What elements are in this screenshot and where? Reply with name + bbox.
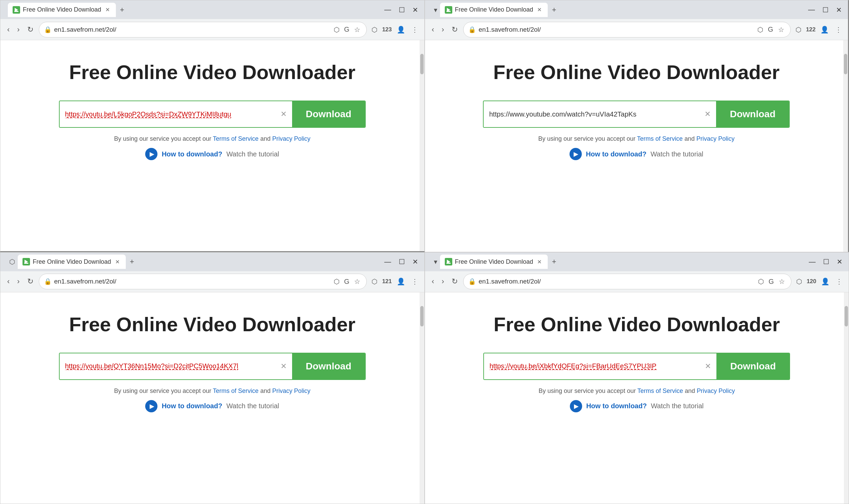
url-input-2[interactable]: [489, 110, 701, 118]
minimize-btn-1[interactable]: —: [382, 4, 394, 15]
play-btn-4[interactable]: ▶: [570, 400, 582, 412]
clear-url-btn-3[interactable]: ✕: [281, 362, 287, 371]
tab-close-btn-2[interactable]: ✕: [536, 6, 543, 14]
address-input-1[interactable]: [54, 26, 330, 33]
forward-btn-1[interactable]: ›: [15, 24, 21, 35]
extensions-btn-3[interactable]: ⬡: [370, 276, 379, 287]
play-btn-3[interactable]: ▶: [145, 400, 157, 412]
scrollbar-1[interactable]: [420, 40, 424, 251]
translate-btn-1[interactable]: G: [343, 24, 351, 35]
minimize-btn-2[interactable]: —: [805, 4, 818, 15]
star-btn-1[interactable]: ☆: [353, 24, 362, 35]
clear-url-btn-4[interactable]: ✕: [705, 362, 711, 371]
active-tab-3[interactable]: Free Online Video Download ✕: [18, 255, 126, 269]
address-input-3[interactable]: [54, 278, 330, 285]
page-content-2: Free Online Video Downloader ✕ Download …: [425, 40, 848, 252]
translate-btn-2[interactable]: G: [767, 24, 775, 35]
close-btn-4[interactable]: ✕: [834, 256, 845, 267]
star-btn-3[interactable]: ☆: [353, 276, 362, 287]
url-input-3[interactable]: [65, 362, 277, 370]
translate-btn-4[interactable]: G: [767, 276, 775, 287]
reload-btn-3[interactable]: ↻: [25, 276, 35, 287]
menu-btn-1[interactable]: ⋮: [410, 24, 420, 35]
screen-cast-btn-4[interactable]: ⬡: [757, 276, 765, 287]
tab-close-btn-1[interactable]: ✕: [104, 6, 111, 14]
maximize-btn-3[interactable]: ☐: [396, 256, 408, 267]
url-input-4[interactable]: [489, 362, 701, 370]
how-to-link-2[interactable]: How to download?: [586, 150, 647, 158]
tab-stack-icon-3: ⬡: [8, 256, 16, 267]
profile-btn-4[interactable]: 👤: [820, 276, 831, 287]
profile-btn-1[interactable]: 👤: [395, 24, 407, 35]
menu-btn-3[interactable]: ⋮: [410, 276, 420, 287]
forward-btn-3[interactable]: ›: [15, 276, 21, 287]
extensions-btn-1[interactable]: ⬡: [370, 24, 379, 35]
tab-close-btn-3[interactable]: ✕: [114, 258, 121, 266]
play-btn-2[interactable]: ▶: [570, 148, 582, 160]
play-btn-1[interactable]: ▶: [145, 148, 157, 160]
back-btn-1[interactable]: ‹: [5, 24, 12, 35]
profile-btn-3[interactable]: 👤: [395, 276, 407, 287]
maximize-btn-1[interactable]: ☐: [396, 4, 408, 15]
menu-btn-2[interactable]: ⋮: [834, 24, 843, 35]
download-btn-1[interactable]: Download: [292, 101, 365, 127]
new-tab-btn-4[interactable]: +: [549, 256, 559, 268]
profile-btn-2[interactable]: 👤: [819, 24, 830, 35]
address-input-2[interactable]: [479, 26, 753, 33]
maximize-btn-4[interactable]: ☐: [820, 256, 832, 267]
back-btn-2[interactable]: ‹: [430, 24, 436, 35]
terms-link-2[interactable]: Terms of Service: [637, 135, 683, 142]
privacy-link-1[interactable]: Privacy Policy: [272, 135, 310, 142]
privacy-link-2[interactable]: Privacy Policy: [696, 135, 734, 142]
reload-btn-4[interactable]: ↻: [450, 276, 460, 287]
minimize-btn-3[interactable]: —: [382, 257, 394, 267]
new-tab-btn-2[interactable]: +: [549, 4, 559, 16]
extensions-btn-4[interactable]: ⬡: [795, 276, 803, 287]
url-input-1[interactable]: [65, 110, 277, 118]
screen-cast-btn-1[interactable]: ⬡: [332, 24, 341, 35]
scrollbar-4[interactable]: [844, 292, 849, 504]
address-input-4[interactable]: [479, 278, 754, 285]
tab-close-btn-4[interactable]: ✕: [536, 258, 543, 266]
star-btn-2[interactable]: ☆: [777, 24, 786, 35]
privacy-link-3[interactable]: Privacy Policy: [272, 387, 310, 394]
terms-link-1[interactable]: Terms of Service: [213, 135, 259, 142]
terms-link-4[interactable]: Terms of Service: [637, 387, 683, 394]
forward-btn-2[interactable]: ›: [440, 24, 446, 35]
close-btn-3[interactable]: ✕: [410, 256, 421, 267]
scroll-thumb-1: [420, 54, 424, 74]
active-tab-4[interactable]: Free Online Video Download ✕: [440, 255, 548, 269]
download-btn-3[interactable]: Download: [292, 353, 365, 379]
scrollbar-3[interactable]: [420, 292, 424, 504]
scrollbar-2[interactable]: [843, 40, 848, 252]
forward-btn-4[interactable]: ›: [440, 276, 446, 287]
download-btn-4[interactable]: Download: [716, 353, 789, 379]
back-btn-4[interactable]: ‹: [430, 276, 436, 287]
reload-btn-2[interactable]: ↻: [450, 24, 460, 35]
clear-url-btn-2[interactable]: ✕: [704, 110, 711, 119]
terms-link-3[interactable]: Terms of Service: [213, 387, 259, 394]
new-tab-btn-3[interactable]: +: [127, 256, 137, 268]
how-to-link-4[interactable]: How to download?: [586, 402, 647, 410]
close-btn-2[interactable]: ✕: [833, 4, 845, 15]
active-tab-1[interactable]: Free Online Video Download ✕: [8, 3, 116, 17]
back-btn-3[interactable]: ‹: [5, 276, 12, 287]
active-tab-2[interactable]: Free Online Video Download ✕: [440, 3, 548, 17]
star-btn-4[interactable]: ☆: [777, 276, 786, 287]
maximize-btn-2[interactable]: ☐: [820, 4, 831, 15]
how-to-link-3[interactable]: How to download?: [162, 402, 222, 410]
screen-cast-btn-2[interactable]: ⬡: [756, 24, 764, 35]
privacy-link-4[interactable]: Privacy Policy: [697, 387, 735, 394]
new-tab-btn-1[interactable]: +: [117, 4, 127, 16]
download-btn-2[interactable]: Download: [716, 101, 789, 127]
clear-url-btn-1[interactable]: ✕: [281, 110, 287, 119]
screen-cast-btn-3[interactable]: ⬡: [332, 276, 341, 287]
security-icon-4: 🔒: [468, 278, 476, 285]
close-btn-1[interactable]: ✕: [410, 4, 421, 15]
reload-btn-1[interactable]: ↻: [25, 24, 35, 35]
menu-btn-4[interactable]: ⋮: [834, 276, 844, 287]
extensions-btn-2[interactable]: ⬡: [794, 24, 803, 35]
how-to-link-1[interactable]: How to download?: [162, 150, 222, 158]
translate-btn-3[interactable]: G: [343, 276, 351, 287]
minimize-btn-4[interactable]: —: [806, 257, 818, 267]
